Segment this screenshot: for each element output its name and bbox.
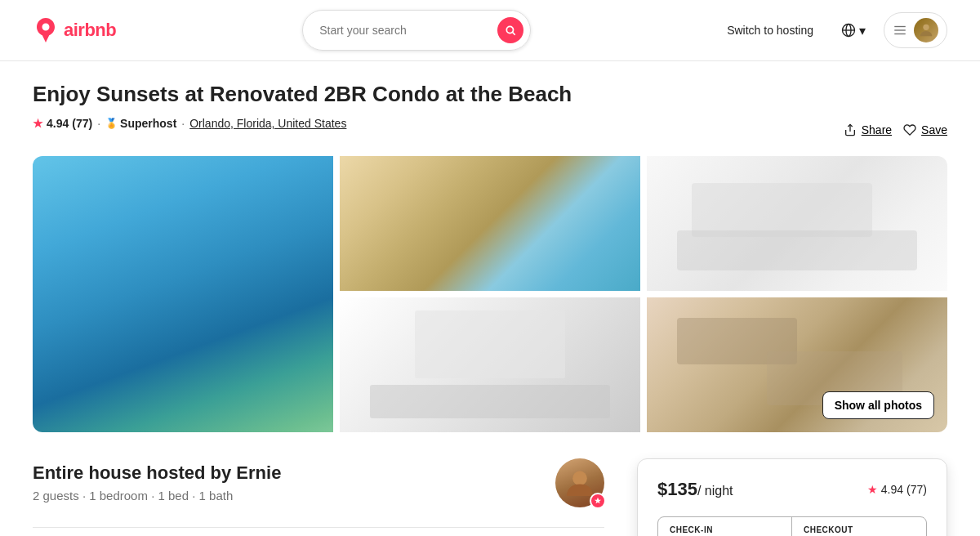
medal-icon (594, 497, 602, 505)
language-button[interactable]: ▾ (835, 16, 872, 45)
superhost-icon: 🏅 (105, 118, 118, 129)
pricing-card: $135/ night ★ 4.94 (77) CHECK-IN Add dat… (637, 458, 947, 536)
detail-separator-3: · (192, 489, 198, 502)
save-button[interactable]: Save (903, 123, 947, 136)
user-avatar-icon (917, 21, 935, 39)
listing-actions: Share Save (844, 123, 947, 136)
checkin-label: CHECK-IN (670, 525, 780, 534)
host-row: Entire house hosted by Ernie 2 guests · … (33, 458, 604, 507)
host-details: 2 guests · 1 bedroom · 1 bed · 1 bath (33, 489, 281, 502)
host-info: Entire house hosted by Ernie 2 guests · … (33, 458, 604, 528)
location-link[interactable]: Orlando, Florida, United States (189, 117, 346, 130)
header: airbnb Switch to hosting ▾ (0, 0, 980, 61)
price-row: $135/ night ★ 4.94 (77) (657, 479, 927, 500)
dot-separator-2: · (181, 117, 185, 130)
guests-count: 2 guests (33, 489, 79, 502)
logo-text: airbnb (64, 20, 116, 41)
avatar (914, 18, 938, 42)
main-content: Enjoy Sunsets at Renovated 2BR Condo at … (0, 61, 980, 536)
svg-line-1 (513, 33, 515, 35)
bedrooms-count: 1 bedroom (89, 489, 148, 502)
search-bar[interactable] (302, 10, 531, 51)
svg-point-8 (923, 25, 929, 30)
logo[interactable]: airbnb (33, 17, 116, 43)
photo-bottom-middle[interactable] (340, 297, 640, 432)
search-input[interactable] (319, 24, 489, 37)
price-review-count: (77) (906, 483, 927, 496)
show-all-photos-button[interactable]: Show all photos (822, 391, 934, 419)
rating: ★ 4.94 (77) (33, 117, 92, 130)
price-amount: $135/ night (657, 479, 733, 499)
date-inputs: CHECK-IN Add date CHECKOUT Add date (657, 516, 927, 536)
host-superhost-badge (590, 493, 606, 509)
save-label: Save (921, 123, 947, 136)
photo-top-middle[interactable] (340, 156, 640, 291)
share-button[interactable]: Share (844, 123, 892, 136)
airbnb-logo-icon (33, 17, 59, 43)
baths-count: 1 bath (199, 489, 234, 502)
superhost-badge: 🏅 Superhost (105, 117, 176, 130)
price-info: $135/ night (657, 479, 733, 500)
review-count: (77) (72, 117, 92, 130)
checkout-input[interactable]: CHECKOUT Add date (792, 517, 926, 536)
photo-top-right[interactable] (647, 156, 947, 291)
share-icon (844, 123, 857, 136)
search-icon (505, 25, 516, 36)
host-photo-icon (564, 467, 596, 499)
star-icon: ★ (33, 117, 43, 130)
hamburger-icon (893, 23, 907, 38)
photo-grid: Show all photos (33, 156, 947, 432)
search-button[interactable] (497, 17, 523, 43)
rating-value: 4.94 (47, 117, 69, 130)
dot-separator-1: · (97, 117, 100, 130)
share-label: Share (862, 123, 892, 136)
lower-section: Entire house hosted by Ernie 2 guests · … (33, 458, 947, 536)
header-right: Switch to hosting ▾ (717, 12, 947, 48)
beds-count: 1 bed (158, 489, 189, 502)
svg-point-10 (572, 471, 587, 485)
meta-actions-row: ★ 4.94 (77) · 🏅 Superhost · Orlando, Flo… (33, 117, 947, 143)
per-night-label: / night (697, 484, 733, 498)
photo-main[interactable] (33, 156, 333, 432)
checkin-input[interactable]: CHECK-IN Add date (658, 517, 792, 536)
listing-meta: ★ 4.94 (77) · 🏅 Superhost · Orlando, Flo… (33, 117, 346, 130)
host-avatar-wrapper (555, 458, 604, 507)
globe-icon (841, 23, 856, 38)
user-menu-button[interactable] (884, 12, 947, 48)
price-rating-value: 4.94 (881, 483, 903, 496)
heart-icon (903, 123, 916, 136)
listing-title: Enjoy Sunsets at Renovated 2BR Condo at … (33, 81, 947, 109)
host-title: Entire house hosted by Ernie (33, 462, 281, 484)
price-rating: ★ 4.94 (77) (867, 483, 927, 496)
host-text: Entire house hosted by Ernie 2 guests · … (33, 462, 281, 502)
photo-bottom-right[interactable]: Show all photos (647, 297, 947, 432)
checkout-label: CHECKOUT (804, 525, 915, 534)
switch-hosting-button[interactable]: Switch to hosting (717, 17, 823, 43)
price-star-icon: ★ (867, 483, 878, 496)
detail-separator-1: · (82, 489, 89, 502)
superhost-label: Superhost (120, 117, 176, 130)
price-value: $135 (657, 479, 697, 499)
chevron-down-icon: ▾ (859, 23, 866, 38)
